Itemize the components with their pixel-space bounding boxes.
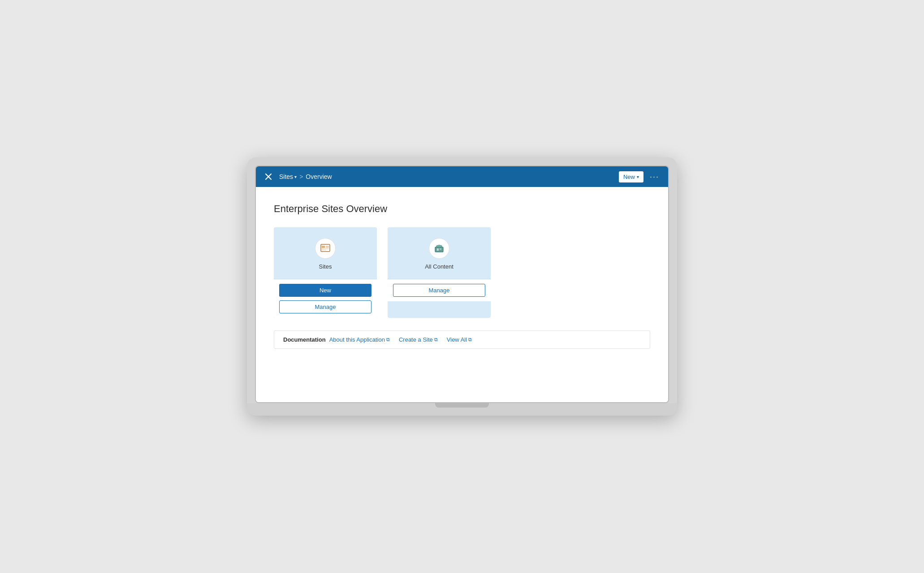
topbar-right: New ▾ ···	[619, 170, 662, 183]
laptop-screen: Sites ▾ > Overview New ▾ ··· Enterprise	[255, 165, 669, 403]
dropdown-arrow: ▾	[294, 174, 297, 179]
more-button[interactable]: ···	[647, 170, 662, 183]
sites-card-label: Sites	[319, 263, 332, 270]
laptop-base	[247, 403, 677, 416]
all-content-icon-circle	[429, 238, 449, 259]
cards-row: Sites New Manage	[274, 227, 650, 318]
svg-rect-5	[322, 248, 329, 249]
about-external-icon: ⧉	[386, 337, 390, 343]
sites-card-actions: New Manage	[274, 279, 377, 318]
more-label: ···	[650, 172, 659, 181]
svg-rect-9	[437, 248, 439, 251]
breadcrumb-separator: >	[299, 173, 303, 180]
view-all-link[interactable]: View All ⧉	[447, 336, 472, 343]
svg-rect-7	[435, 247, 443, 252]
sites-dropdown[interactable]: Sites ▾	[279, 173, 297, 180]
sites-icon-circle	[315, 238, 336, 259]
svg-rect-4	[326, 246, 329, 248]
main-content: Enterprise Sites Overview	[256, 187, 668, 402]
laptop-frame: Sites ▾ > Overview New ▾ ··· Enterprise	[247, 157, 677, 416]
sites-card-top: Sites	[274, 227, 377, 279]
doc-bar-label: Documentation	[283, 336, 326, 343]
page-title: Enterprise Sites Overview	[274, 203, 650, 215]
view-all-external-icon: ⧉	[468, 337, 472, 343]
all-content-card: All Content Manage	[388, 227, 491, 318]
doc-bar: Documentation About this Application ⧉ C…	[274, 330, 650, 349]
sites-manage-button[interactable]: Manage	[279, 300, 371, 313]
all-content-manage-button[interactable]: Manage	[393, 284, 485, 297]
svg-rect-6	[322, 250, 326, 251]
all-content-card-top: All Content	[388, 227, 491, 279]
new-button-label: New	[623, 174, 635, 180]
all-content-card-label: All Content	[425, 263, 453, 270]
sites-label: Sites	[279, 173, 293, 180]
new-button[interactable]: New ▾	[619, 171, 643, 182]
sites-new-button[interactable]: New	[279, 284, 371, 297]
svg-rect-3	[322, 246, 325, 248]
all-content-card-actions: Manage	[388, 279, 491, 301]
sites-card: Sites New Manage	[274, 227, 377, 318]
about-app-link[interactable]: About this Application ⧉	[329, 336, 390, 343]
close-icon[interactable]	[262, 170, 275, 183]
create-site-external-icon: ⧉	[434, 337, 438, 343]
new-dropdown-arrow: ▾	[637, 174, 639, 179]
topbar-left: Sites ▾ > Overview	[262, 170, 332, 183]
create-site-link[interactable]: Create a Site ⧉	[399, 336, 438, 343]
svg-rect-10	[440, 248, 441, 250]
breadcrumb: Sites ▾ > Overview	[279, 173, 332, 180]
breadcrumb-current: Overview	[306, 173, 332, 180]
topbar: Sites ▾ > Overview New ▾ ···	[256, 166, 668, 187]
